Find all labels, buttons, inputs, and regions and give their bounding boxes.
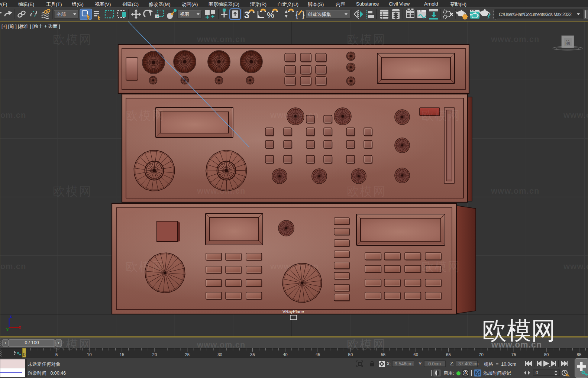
svg-text:VRayPlane: VRayPlane bbox=[282, 309, 304, 314]
svg-text:70: 70 bbox=[479, 352, 484, 357]
svg-text:45: 45 bbox=[316, 352, 320, 357]
svg-text:20: 20 bbox=[152, 352, 157, 357]
svg-text:前: 前 bbox=[565, 39, 571, 46]
svg-text:x: x bbox=[19, 325, 21, 329]
svg-text:65: 65 bbox=[446, 352, 451, 357]
svg-text:75: 75 bbox=[511, 352, 516, 357]
svg-text:0: 0 bbox=[23, 352, 26, 357]
svg-text:z: z bbox=[10, 314, 12, 319]
svg-text:25: 25 bbox=[185, 352, 190, 357]
svg-text:80: 80 bbox=[544, 352, 549, 357]
svg-text:y: y bbox=[6, 327, 9, 331]
svg-text:C:\Users\Han\Documents\3ds Max: C:\Users\Han\Documents\3ds Max 2022 bbox=[499, 12, 572, 17]
svg-text:30: 30 bbox=[217, 352, 222, 357]
svg-text:创建选择集: 创建选择集 bbox=[307, 12, 331, 17]
svg-text:85: 85 bbox=[577, 352, 582, 357]
svg-text:60: 60 bbox=[413, 352, 418, 357]
svg-text:15: 15 bbox=[120, 352, 125, 357]
svg-text:35: 35 bbox=[250, 352, 255, 357]
svg-text:}: } bbox=[302, 10, 305, 19]
svg-text:3: 3 bbox=[244, 10, 249, 20]
svg-text:视图: 视图 bbox=[180, 12, 189, 17]
svg-text:全部: 全部 bbox=[56, 12, 66, 17]
svg-text:40: 40 bbox=[283, 352, 288, 357]
